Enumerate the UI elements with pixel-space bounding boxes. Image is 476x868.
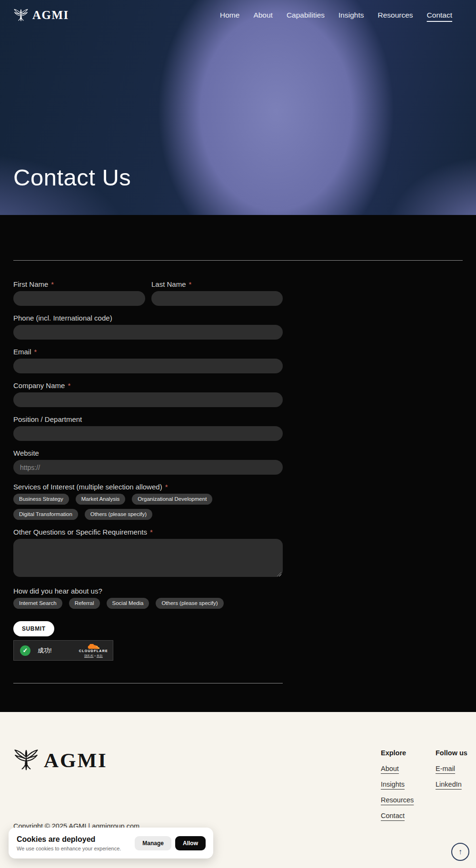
turnstile-link-separator: • xyxy=(95,654,96,657)
footer-link-linkedin[interactable]: LinkedIn xyxy=(436,780,467,788)
required-asterisk: * xyxy=(165,483,168,491)
phone-label: Phone (incl. International code) xyxy=(13,313,283,323)
page-title: Contact Us xyxy=(13,164,131,191)
services-options: Business Strategy Market Analysis Organi… xyxy=(13,494,283,520)
phoenix-logo-icon xyxy=(13,8,29,23)
nav-item-capabilities[interactable]: Capabilities xyxy=(287,11,325,20)
phone-field-group: Phone (incl. International code) xyxy=(13,313,283,340)
company-field-group: Company Name* xyxy=(13,381,283,407)
nav-item-insights[interactable]: Insights xyxy=(338,11,364,20)
website-input[interactable] xyxy=(13,460,283,475)
questions-label: Other Questions or Specific Requirements… xyxy=(13,527,283,537)
scroll-to-top-button[interactable]: ↑ xyxy=(451,843,469,861)
position-input[interactable] xyxy=(13,426,283,441)
up-arrow-icon: ↑ xyxy=(458,848,462,856)
hero-section: AGMI Home About Capabilities Insights Re… xyxy=(0,0,476,215)
service-option-digital-transformation[interactable]: Digital Transformation xyxy=(13,509,78,520)
cookie-banner-texts: Cookies are deployed We use cookies to e… xyxy=(17,835,135,851)
footer-link-insights[interactable]: Insights xyxy=(381,780,414,788)
cloudflare-turnstile-widget: ✓ 成功! CLOUDFLARE 隐私权•条款 xyxy=(13,640,113,661)
service-option-business-strategy[interactable]: Business Strategy xyxy=(13,494,69,505)
service-option-market-analysis[interactable]: Market Analysis xyxy=(76,494,126,505)
position-field-group: Position / Department xyxy=(13,415,283,441)
nav-item-contact[interactable]: Contact xyxy=(427,11,452,20)
footer-link-contact[interactable]: Contact xyxy=(381,812,414,819)
required-asterisk: * xyxy=(150,528,153,536)
company-name-label: Company Name* xyxy=(13,381,283,390)
nav-item-home[interactable]: Home xyxy=(220,11,239,20)
required-asterisk: * xyxy=(34,348,37,356)
services-label: Services of Interest (multiple selection… xyxy=(13,482,283,492)
referral-option-others[interactable]: Others (please specify) xyxy=(156,598,223,609)
required-asterisk: * xyxy=(51,280,54,288)
top-divider xyxy=(13,260,463,261)
last-name-field-group: Last Name* xyxy=(151,280,283,306)
website-field-group: Website xyxy=(13,449,283,475)
cloudflare-brand: CLOUDFLARE 隐私权•条款 xyxy=(79,644,108,657)
referral-option-social-media[interactable]: Social Media xyxy=(107,598,149,609)
first-name-field-group: First Name* xyxy=(13,280,145,306)
footer-brand-wordmark: AGMI xyxy=(44,749,108,772)
service-option-organizational-development[interactable]: Organizational Development xyxy=(132,494,212,505)
turnstile-privacy-link[interactable]: 隐私权 xyxy=(84,654,94,657)
explore-heading: Explore xyxy=(381,749,414,757)
allow-cookies-button[interactable]: Allow xyxy=(175,836,206,850)
cloudflare-cloud-icon xyxy=(87,644,100,649)
submit-button[interactable]: SUBMIT xyxy=(13,621,54,636)
website-label: Website xyxy=(13,449,283,458)
required-asterisk: * xyxy=(189,280,192,288)
last-name-label: Last Name* xyxy=(151,280,283,289)
required-asterisk: * xyxy=(68,381,70,390)
footer-follow-column: Follow us E-mail LinkedIn xyxy=(436,749,467,788)
referral-option-internet-search[interactable]: Internet Search xyxy=(13,598,62,609)
manage-cookies-button[interactable]: Manage xyxy=(135,836,171,850)
referral-options: Internet Search Referral Social Media Ot… xyxy=(13,598,283,609)
email-label: Email* xyxy=(13,347,283,357)
footer-link-email[interactable]: E-mail xyxy=(436,765,467,772)
nav-item-about[interactable]: About xyxy=(253,11,273,20)
services-field-group: Services of Interest (multiple selection… xyxy=(13,482,283,520)
first-name-input[interactable] xyxy=(13,291,145,306)
footer-link-resources[interactable]: Resources xyxy=(381,796,414,804)
turnstile-terms-link[interactable]: 条款 xyxy=(97,654,103,657)
cookie-banner-buttons: Manage Allow xyxy=(135,836,206,850)
contact-form: First Name* Last Name* Phone (incl. Inte… xyxy=(13,280,283,683)
questions-textarea[interactable] xyxy=(13,539,283,577)
questions-field-group: Other Questions or Specific Requirements… xyxy=(13,527,283,579)
last-name-input[interactable] xyxy=(151,291,283,306)
phoenix-logo-icon xyxy=(13,747,39,773)
first-name-label: First Name* xyxy=(13,280,145,289)
header-brand[interactable]: AGMI xyxy=(13,8,69,23)
referral-option-referral[interactable]: Referral xyxy=(69,598,100,609)
position-label: Position / Department xyxy=(13,415,283,424)
company-name-input[interactable] xyxy=(13,392,283,407)
turnstile-links: 隐私权•条款 xyxy=(84,654,103,657)
cookie-banner: Cookies are deployed We use cookies to e… xyxy=(9,828,213,858)
footer-brand[interactable]: AGMI xyxy=(13,747,108,773)
service-option-others[interactable]: Others (please specify) xyxy=(85,509,152,520)
email-input[interactable] xyxy=(13,359,283,373)
cookie-banner-message: We use cookies to enhance your experienc… xyxy=(17,846,135,851)
phone-input[interactable] xyxy=(13,325,283,340)
cookie-banner-title: Cookies are deployed xyxy=(17,835,135,844)
follow-us-heading: Follow us xyxy=(436,749,467,757)
referral-field-group: How did you hear about us? Internet Sear… xyxy=(13,586,283,609)
cloudflare-wordmark: CLOUDFLARE xyxy=(79,649,108,653)
site-header: AGMI Home About Capabilities Insights Re… xyxy=(0,0,476,27)
main-nav: Home About Capabilities Insights Resourc… xyxy=(220,11,452,20)
nav-item-resources[interactable]: Resources xyxy=(377,11,413,20)
turnstile-status-text: 成功! xyxy=(38,646,52,655)
footer-link-about[interactable]: About xyxy=(381,765,414,772)
contact-form-section: First Name* Last Name* Phone (incl. Inte… xyxy=(0,215,476,712)
referral-label: How did you hear about us? xyxy=(13,586,283,596)
bottom-divider xyxy=(13,683,283,683)
footer-explore-column: Explore About Insights Resources Contact xyxy=(381,749,414,819)
email-field-group: Email* xyxy=(13,347,283,373)
success-check-icon: ✓ xyxy=(20,645,30,656)
brand-wordmark: AGMI xyxy=(32,9,69,22)
